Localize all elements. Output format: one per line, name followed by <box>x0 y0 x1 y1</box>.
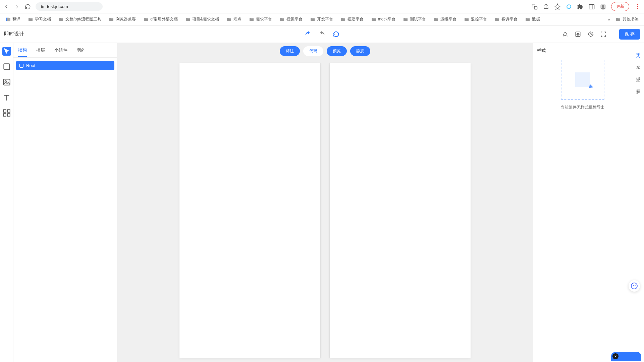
app-title: 即时设计 <box>4 31 24 37</box>
save-button[interactable]: 保 存 <box>619 29 640 40</box>
folder-icon <box>340 17 346 22</box>
folder-icon <box>143 17 149 22</box>
panel-icon[interactable] <box>588 3 595 10</box>
components-tool[interactable] <box>2 109 11 117</box>
folder-icon <box>279 17 285 22</box>
folder-icon <box>58 17 64 22</box>
star-icon[interactable] <box>554 3 561 10</box>
svg-rect-17 <box>3 114 6 116</box>
assistant-button[interactable] <box>629 280 640 292</box>
cursor-tool[interactable] <box>2 47 11 56</box>
close-icon[interactable]: ✕ <box>612 353 619 359</box>
folder-icon <box>249 17 254 22</box>
rail-style[interactable]: 样式 <box>636 50 641 52</box>
extensions-icon[interactable] <box>577 3 584 10</box>
menu-icon[interactable] <box>634 4 641 9</box>
folder-icon <box>525 17 530 22</box>
view-tab-code[interactable]: 代码 <box>303 46 323 56</box>
rail-bind[interactable]: 绑定 <box>636 74 641 76</box>
left-panel: 结构 楼层 小组件 我的 Root <box>13 43 117 362</box>
address-bar[interactable]: test.jd.com <box>36 2 103 11</box>
text-tool[interactable] <box>2 93 11 102</box>
bookmark-item[interactable]: 测试平台 <box>401 15 428 23</box>
folder-icon <box>464 17 469 22</box>
bookmark-item[interactable]: 其他书签 <box>613 15 641 23</box>
export-icon[interactable] <box>575 31 581 38</box>
svg-rect-18 <box>7 114 10 116</box>
tab-structure[interactable]: 结构 <box>18 47 27 57</box>
bookmark-item[interactable]: 学习文档 <box>26 15 53 23</box>
artboards <box>179 63 471 358</box>
profile-icon[interactable] <box>600 3 606 10</box>
folder-icon <box>403 17 408 22</box>
frame-icon <box>19 64 23 68</box>
bookmark-item[interactable]: 客诉平台 <box>492 15 520 23</box>
bookmark-item[interactable]: 开发平台 <box>308 15 335 23</box>
tree-node-root[interactable]: Root <box>16 61 114 70</box>
canvas[interactable]: 标注 代码 预览 静态 <box>117 43 533 362</box>
folder-icon <box>109 17 114 22</box>
folder-icon <box>310 17 315 22</box>
refresh-button[interactable] <box>332 31 340 38</box>
undo-button[interactable] <box>304 31 312 38</box>
tab-mine[interactable]: 我的 <box>77 47 86 57</box>
empty-state-icon <box>561 60 604 100</box>
view-tab-preview[interactable]: 预览 <box>327 46 347 56</box>
bookmark-item[interactable]: 运维平台 <box>431 15 459 23</box>
rectangle-tool[interactable] <box>2 62 11 71</box>
bookmark-item[interactable]: 视觉平台 <box>277 15 305 23</box>
rail-assets[interactable]: 素材 <box>636 86 641 88</box>
image-tool[interactable] <box>2 78 11 86</box>
view-tab-annotate[interactable]: 标注 <box>280 46 300 56</box>
lock-icon <box>40 5 44 9</box>
reload-button[interactable] <box>25 4 31 10</box>
bookmark-item[interactable]: 监控平台 <box>462 15 489 23</box>
svg-rect-12 <box>4 64 9 69</box>
view-tab-static[interactable]: 静态 <box>350 46 370 56</box>
share-icon[interactable] <box>543 3 549 10</box>
bookmark-item[interactable]: 翻译 <box>3 15 22 23</box>
bookmarks-overflow-icon[interactable]: » <box>608 17 610 22</box>
forward-button[interactable] <box>14 4 20 10</box>
bookmark-item[interactable]: 文档/ppt/流程图工具 <box>56 15 103 23</box>
folder-icon <box>185 17 191 22</box>
svg-point-6 <box>602 5 604 7</box>
bookmark-item[interactable]: 浏览器兼容 <box>107 15 138 23</box>
right-panel-title: 样式 <box>537 48 628 54</box>
empty-state-text: 当前组件无样式属性导出 <box>537 105 628 110</box>
face-icon <box>631 283 638 289</box>
svg-point-10 <box>590 33 592 35</box>
svg-rect-13 <box>3 79 10 85</box>
bookmark-item[interactable]: 埋点 <box>224 15 244 23</box>
right-panel: 样式 当前组件无样式属性导出 <box>533 43 632 362</box>
svg-rect-15 <box>3 110 6 112</box>
artboard[interactable] <box>179 63 320 358</box>
right-rail: 样式 交互 绑定 素材 <box>632 43 644 362</box>
folder-icon <box>494 17 500 22</box>
bookmarks-bar: 翻译 学习文档 文档/ppt/流程图工具 浏览器兼容 cf常用外部文档 项目&需… <box>0 13 644 25</box>
bottom-widget[interactable]: ✕ <box>611 352 641 361</box>
ai-icon[interactable] <box>587 31 594 38</box>
fit-icon[interactable] <box>600 31 607 38</box>
back-button[interactable] <box>3 4 9 10</box>
bookmark-item[interactable]: 搭建平台 <box>338 15 366 23</box>
translate-icon[interactable] <box>531 3 538 10</box>
svg-rect-8 <box>7 18 10 21</box>
tree-node-label: Root <box>26 63 35 68</box>
tab-floor[interactable]: 楼层 <box>36 47 45 57</box>
folder-icon <box>371 17 376 22</box>
bookmark-item[interactable]: 项目&需求文档 <box>183 15 221 23</box>
artboard[interactable] <box>330 63 471 358</box>
bookmark-item[interactable]: mock平台 <box>369 15 398 23</box>
redo-button[interactable] <box>318 31 326 38</box>
rocket-icon[interactable] <box>562 31 569 38</box>
circle-icon[interactable] <box>566 3 572 10</box>
bookmark-item[interactable]: 数据 <box>523 15 542 23</box>
bookmark-item[interactable]: cf常用外部文档 <box>141 15 179 23</box>
update-button[interactable]: 更新 <box>611 2 629 11</box>
folder-icon <box>615 17 621 22</box>
rail-interaction[interactable]: 交互 <box>636 62 641 64</box>
tab-widget[interactable]: 小组件 <box>54 47 67 57</box>
bookmark-item[interactable]: 需求平台 <box>247 15 274 23</box>
folder-icon <box>226 17 232 22</box>
